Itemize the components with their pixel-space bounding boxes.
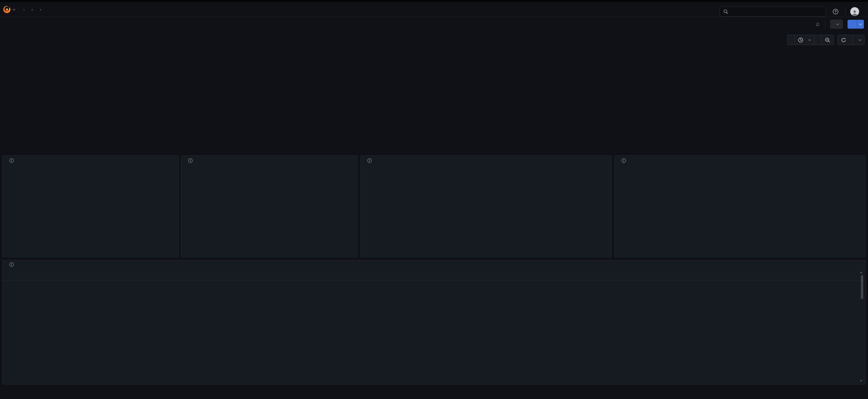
breadcrumb-separator: › bbox=[40, 7, 41, 12]
table-scrollbar-up-icon[interactable]: ▲ bbox=[860, 271, 863, 274]
time-series-chart bbox=[360, 167, 612, 224]
user-avatar[interactable] bbox=[850, 7, 859, 16]
gauge-chart bbox=[2, 166, 179, 257]
divider bbox=[825, 20, 825, 28]
refresh-interval-select[interactable] bbox=[853, 35, 864, 45]
panel-cache-hit-ratio bbox=[2, 155, 179, 257]
table-scrollbar-down-icon[interactable]: ▼ bbox=[860, 380, 863, 382]
divider bbox=[845, 8, 845, 15]
panel-cache-performance-table: ▲ ▼ bbox=[2, 260, 866, 385]
panel-cache-status-distribution bbox=[181, 155, 358, 257]
share-button-group bbox=[848, 20, 864, 29]
zoom-out-icon bbox=[825, 38, 830, 43]
svg-text:?: ? bbox=[835, 10, 837, 14]
table-header bbox=[2, 270, 866, 281]
breadcrumb: › › › bbox=[20, 7, 45, 12]
grafana-dashboard: › › › ? ☆ bbox=[0, 0, 868, 399]
template-variables-row bbox=[1, 32, 718, 47]
favorite-star-icon[interactable]: ☆ bbox=[815, 21, 820, 28]
info-icon[interactable] bbox=[367, 158, 372, 163]
clock-icon bbox=[798, 38, 803, 43]
zoom-out-time-button[interactable] bbox=[822, 35, 834, 45]
panel-requests-by-cache-status bbox=[360, 155, 612, 257]
logo-menu-chevron-icon[interactable] bbox=[13, 8, 15, 10]
search-input[interactable] bbox=[731, 9, 820, 14]
search-bar[interactable] bbox=[720, 6, 826, 17]
info-icon[interactable] bbox=[188, 158, 193, 163]
breadcrumb-separator: › bbox=[23, 7, 25, 12]
info-icon[interactable] bbox=[9, 158, 14, 163]
grafana-logo-icon[interactable] bbox=[3, 5, 11, 14]
info-icon[interactable] bbox=[9, 262, 14, 267]
time-shift-forward-button[interactable] bbox=[814, 35, 822, 45]
refresh-button[interactable] bbox=[838, 35, 853, 45]
table-scrollbar[interactable] bbox=[861, 275, 863, 299]
pie-chart bbox=[202, 175, 277, 249]
export-button[interactable] bbox=[830, 20, 843, 29]
time-range-picker[interactable] bbox=[795, 35, 814, 45]
panel-cache-hit-ratio-by-host bbox=[614, 155, 866, 257]
top-navigation-bar: › › › ? bbox=[0, 2, 868, 17]
help-icon[interactable]: ? bbox=[831, 7, 840, 16]
share-button[interactable] bbox=[848, 20, 856, 29]
search-icon bbox=[723, 9, 728, 14]
time-shift-back-button[interactable] bbox=[787, 35, 795, 45]
refresh-icon bbox=[841, 38, 846, 43]
info-icon[interactable] bbox=[621, 158, 626, 163]
time-controls bbox=[787, 35, 865, 45]
dashboard-toolbar: ☆ bbox=[0, 17, 868, 32]
share-menu-chevron-icon[interactable] bbox=[856, 20, 864, 29]
breadcrumb-separator: › bbox=[31, 7, 33, 12]
